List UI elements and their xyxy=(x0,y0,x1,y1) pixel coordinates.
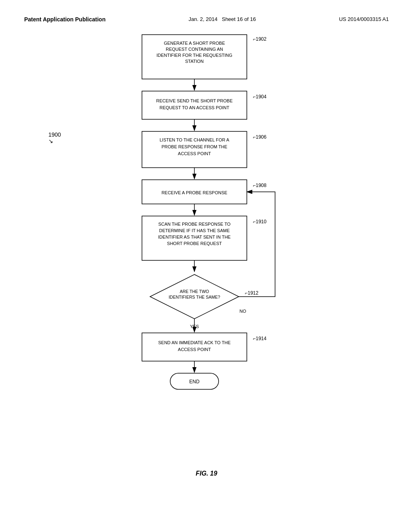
svg-text:IDENTIFIERS THE SAME?: IDENTIFIERS THE SAME? xyxy=(169,295,220,299)
svg-text:IDENTIFIER AS THAT SENT IN THE: IDENTIFIER AS THAT SENT IN THE xyxy=(158,235,231,239)
svg-text:⌐1914: ⌐1914 xyxy=(253,336,267,341)
svg-text:NO: NO xyxy=(240,309,246,314)
svg-text:⌐1906: ⌐1906 xyxy=(253,134,267,140)
svg-text:SHORT PROBE REQUEST: SHORT PROBE REQUEST xyxy=(167,241,222,246)
header-center: Jan. 2, 2014 Sheet 16 of 16 xyxy=(189,16,256,22)
sheet-label: Sheet 16 of 16 xyxy=(222,16,256,22)
svg-text:SEND AN IMMEDIATE ACK TO THE: SEND AN IMMEDIATE ACK TO THE xyxy=(158,340,231,345)
svg-text:DETERMINE IF IT HAS THE SAME: DETERMINE IF IT HAS THE SAME xyxy=(159,228,229,233)
svg-text:⌐1902: ⌐1902 xyxy=(253,36,267,42)
figure-label: FIG. 19 xyxy=(0,470,413,477)
svg-text:REQUEST TO AN ACCESS POINT: REQUEST TO AN ACCESS POINT xyxy=(160,105,229,110)
svg-text:IDENTIFIER FOR THE REQUESTING: IDENTIFIER FOR THE REQUESTING xyxy=(156,53,232,58)
label-1900: 1900↘ xyxy=(48,131,61,144)
publication-label: Patent Application Publication xyxy=(24,16,106,23)
page-header: Patent Application Publication Jan. 2, 2… xyxy=(0,0,413,23)
svg-text:⌐1910: ⌐1910 xyxy=(253,219,267,224)
svg-rect-13 xyxy=(142,131,247,168)
flowchart-svg: GENERATE A SHORT PROBE REQUEST CONTAININ… xyxy=(102,31,311,466)
svg-text:ACCESS POINT: ACCESS POINT xyxy=(178,347,211,352)
svg-text:STATION: STATION xyxy=(185,59,204,64)
svg-text:RECEIVE A PROBE RESPONSE: RECEIVE A PROBE RESPONSE xyxy=(161,190,227,195)
svg-text:REQUEST CONTAINING AN: REQUEST CONTAINING AN xyxy=(166,47,223,52)
svg-text:PROBE RESPONSE FROM THE: PROBE RESPONSE FROM THE xyxy=(162,144,227,149)
svg-text:END: END xyxy=(189,379,200,384)
date-label: Jan. 2, 2014 xyxy=(189,16,218,22)
patent-number: US 2014/0003315 A1 xyxy=(339,16,389,22)
svg-text:⌐1904: ⌐1904 xyxy=(253,94,267,100)
svg-text:⌐1908: ⌐1908 xyxy=(253,183,267,188)
svg-text:LISTEN TO THE CHANNEL FOR A: LISTEN TO THE CHANNEL FOR A xyxy=(160,137,229,142)
svg-text:ARE THE TWO: ARE THE TWO xyxy=(180,289,209,294)
diagram-area: 1900↘ GENERATE A SHORT PROBE REQUEST CON… xyxy=(0,23,413,485)
svg-text:GENERATE A SHORT PROBE: GENERATE A SHORT PROBE xyxy=(164,41,225,46)
svg-text:ACCESS POINT: ACCESS POINT xyxy=(178,151,211,156)
svg-text:SCAN THE PROBE RESPONSE TO: SCAN THE PROBE RESPONSE TO xyxy=(158,222,231,227)
svg-text:⌐1912: ⌐1912 xyxy=(245,290,259,296)
svg-text:RECEIVE SEND THE SHORT PROBE: RECEIVE SEND THE SHORT PROBE xyxy=(156,98,233,103)
